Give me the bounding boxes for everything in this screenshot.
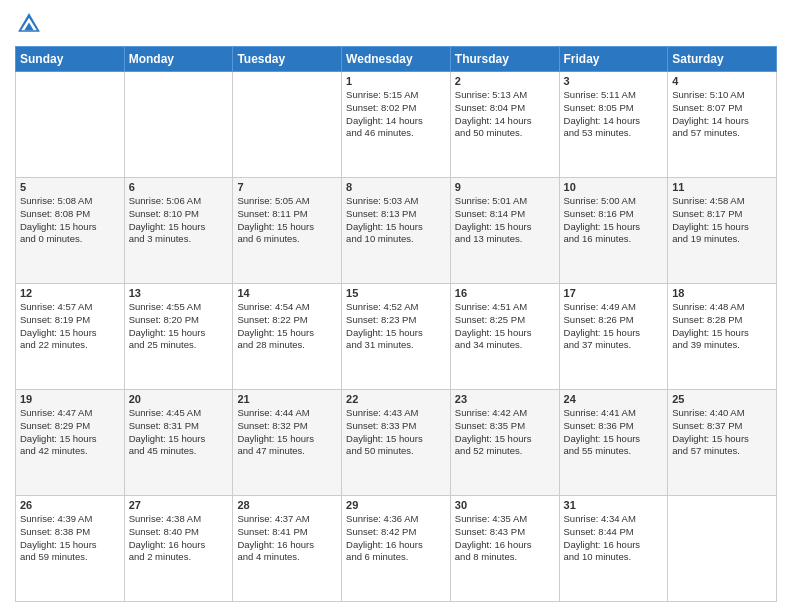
calendar-cell: 20Sunrise: 4:45 AMSunset: 8:31 PMDayligh… [124, 390, 233, 496]
day-number: 25 [672, 393, 772, 405]
calendar-cell: 31Sunrise: 4:34 AMSunset: 8:44 PMDayligh… [559, 496, 668, 602]
day-number: 2 [455, 75, 555, 87]
weekday-header: Tuesday [233, 47, 342, 72]
day-number: 10 [564, 181, 664, 193]
cell-content: Sunrise: 4:45 AMSunset: 8:31 PMDaylight:… [129, 407, 229, 458]
calendar-cell: 29Sunrise: 4:36 AMSunset: 8:42 PMDayligh… [342, 496, 451, 602]
calendar-header: SundayMondayTuesdayWednesdayThursdayFrid… [16, 47, 777, 72]
day-number: 11 [672, 181, 772, 193]
day-number: 7 [237, 181, 337, 193]
calendar-cell [233, 72, 342, 178]
cell-content: Sunrise: 5:03 AMSunset: 8:13 PMDaylight:… [346, 195, 446, 246]
calendar-cell: 9Sunrise: 5:01 AMSunset: 8:14 PMDaylight… [450, 178, 559, 284]
cell-content: Sunrise: 4:36 AMSunset: 8:42 PMDaylight:… [346, 513, 446, 564]
cell-content: Sunrise: 5:10 AMSunset: 8:07 PMDaylight:… [672, 89, 772, 140]
cell-content: Sunrise: 4:43 AMSunset: 8:33 PMDaylight:… [346, 407, 446, 458]
day-number: 27 [129, 499, 229, 511]
day-number: 16 [455, 287, 555, 299]
cell-content: Sunrise: 5:00 AMSunset: 8:16 PMDaylight:… [564, 195, 664, 246]
calendar-week: 5Sunrise: 5:08 AMSunset: 8:08 PMDaylight… [16, 178, 777, 284]
day-number: 17 [564, 287, 664, 299]
cell-content: Sunrise: 4:42 AMSunset: 8:35 PMDaylight:… [455, 407, 555, 458]
day-number: 4 [672, 75, 772, 87]
calendar-week: 19Sunrise: 4:47 AMSunset: 8:29 PMDayligh… [16, 390, 777, 496]
day-number: 12 [20, 287, 120, 299]
calendar-cell: 30Sunrise: 4:35 AMSunset: 8:43 PMDayligh… [450, 496, 559, 602]
calendar-cell: 21Sunrise: 4:44 AMSunset: 8:32 PMDayligh… [233, 390, 342, 496]
cell-content: Sunrise: 4:57 AMSunset: 8:19 PMDaylight:… [20, 301, 120, 352]
header [15, 10, 777, 38]
calendar-cell: 11Sunrise: 4:58 AMSunset: 8:17 PMDayligh… [668, 178, 777, 284]
weekday-row: SundayMondayTuesdayWednesdayThursdayFrid… [16, 47, 777, 72]
calendar-cell: 7Sunrise: 5:05 AMSunset: 8:11 PMDaylight… [233, 178, 342, 284]
calendar-cell [16, 72, 125, 178]
day-number: 3 [564, 75, 664, 87]
calendar-cell: 19Sunrise: 4:47 AMSunset: 8:29 PMDayligh… [16, 390, 125, 496]
day-number: 24 [564, 393, 664, 405]
calendar-cell: 28Sunrise: 4:37 AMSunset: 8:41 PMDayligh… [233, 496, 342, 602]
calendar-cell: 1Sunrise: 5:15 AMSunset: 8:02 PMDaylight… [342, 72, 451, 178]
calendar-cell: 16Sunrise: 4:51 AMSunset: 8:25 PMDayligh… [450, 284, 559, 390]
cell-content: Sunrise: 4:35 AMSunset: 8:43 PMDaylight:… [455, 513, 555, 564]
cell-content: Sunrise: 5:05 AMSunset: 8:11 PMDaylight:… [237, 195, 337, 246]
day-number: 15 [346, 287, 446, 299]
page: SundayMondayTuesdayWednesdayThursdayFrid… [0, 0, 792, 612]
cell-content: Sunrise: 4:40 AMSunset: 8:37 PMDaylight:… [672, 407, 772, 458]
calendar: SundayMondayTuesdayWednesdayThursdayFrid… [15, 46, 777, 602]
cell-content: Sunrise: 4:34 AMSunset: 8:44 PMDaylight:… [564, 513, 664, 564]
calendar-cell: 22Sunrise: 4:43 AMSunset: 8:33 PMDayligh… [342, 390, 451, 496]
cell-content: Sunrise: 4:41 AMSunset: 8:36 PMDaylight:… [564, 407, 664, 458]
day-number: 20 [129, 393, 229, 405]
calendar-cell: 12Sunrise: 4:57 AMSunset: 8:19 PMDayligh… [16, 284, 125, 390]
calendar-body: 1Sunrise: 5:15 AMSunset: 8:02 PMDaylight… [16, 72, 777, 602]
calendar-cell [668, 496, 777, 602]
cell-content: Sunrise: 4:55 AMSunset: 8:20 PMDaylight:… [129, 301, 229, 352]
cell-content: Sunrise: 4:37 AMSunset: 8:41 PMDaylight:… [237, 513, 337, 564]
calendar-cell: 17Sunrise: 4:49 AMSunset: 8:26 PMDayligh… [559, 284, 668, 390]
day-number: 14 [237, 287, 337, 299]
cell-content: Sunrise: 4:47 AMSunset: 8:29 PMDaylight:… [20, 407, 120, 458]
cell-content: Sunrise: 4:52 AMSunset: 8:23 PMDaylight:… [346, 301, 446, 352]
cell-content: Sunrise: 4:38 AMSunset: 8:40 PMDaylight:… [129, 513, 229, 564]
calendar-cell: 23Sunrise: 4:42 AMSunset: 8:35 PMDayligh… [450, 390, 559, 496]
calendar-week: 1Sunrise: 5:15 AMSunset: 8:02 PMDaylight… [16, 72, 777, 178]
calendar-cell: 8Sunrise: 5:03 AMSunset: 8:13 PMDaylight… [342, 178, 451, 284]
cell-content: Sunrise: 5:13 AMSunset: 8:04 PMDaylight:… [455, 89, 555, 140]
day-number: 23 [455, 393, 555, 405]
day-number: 22 [346, 393, 446, 405]
day-number: 9 [455, 181, 555, 193]
day-number: 8 [346, 181, 446, 193]
cell-content: Sunrise: 5:15 AMSunset: 8:02 PMDaylight:… [346, 89, 446, 140]
calendar-cell: 15Sunrise: 4:52 AMSunset: 8:23 PMDayligh… [342, 284, 451, 390]
day-number: 30 [455, 499, 555, 511]
cell-content: Sunrise: 4:54 AMSunset: 8:22 PMDaylight:… [237, 301, 337, 352]
cell-content: Sunrise: 4:44 AMSunset: 8:32 PMDaylight:… [237, 407, 337, 458]
calendar-week: 26Sunrise: 4:39 AMSunset: 8:38 PMDayligh… [16, 496, 777, 602]
calendar-cell: 14Sunrise: 4:54 AMSunset: 8:22 PMDayligh… [233, 284, 342, 390]
logo [15, 10, 47, 38]
calendar-cell: 10Sunrise: 5:00 AMSunset: 8:16 PMDayligh… [559, 178, 668, 284]
calendar-cell: 5Sunrise: 5:08 AMSunset: 8:08 PMDaylight… [16, 178, 125, 284]
calendar-cell: 3Sunrise: 5:11 AMSunset: 8:05 PMDaylight… [559, 72, 668, 178]
cell-content: Sunrise: 4:49 AMSunset: 8:26 PMDaylight:… [564, 301, 664, 352]
cell-content: Sunrise: 4:51 AMSunset: 8:25 PMDaylight:… [455, 301, 555, 352]
day-number: 29 [346, 499, 446, 511]
weekday-header: Saturday [668, 47, 777, 72]
day-number: 1 [346, 75, 446, 87]
cell-content: Sunrise: 5:11 AMSunset: 8:05 PMDaylight:… [564, 89, 664, 140]
calendar-cell: 2Sunrise: 5:13 AMSunset: 8:04 PMDaylight… [450, 72, 559, 178]
day-number: 18 [672, 287, 772, 299]
cell-content: Sunrise: 4:58 AMSunset: 8:17 PMDaylight:… [672, 195, 772, 246]
calendar-cell: 24Sunrise: 4:41 AMSunset: 8:36 PMDayligh… [559, 390, 668, 496]
weekday-header: Thursday [450, 47, 559, 72]
day-number: 28 [237, 499, 337, 511]
day-number: 5 [20, 181, 120, 193]
calendar-cell: 13Sunrise: 4:55 AMSunset: 8:20 PMDayligh… [124, 284, 233, 390]
day-number: 21 [237, 393, 337, 405]
weekday-header: Friday [559, 47, 668, 72]
weekday-header: Monday [124, 47, 233, 72]
calendar-cell: 4Sunrise: 5:10 AMSunset: 8:07 PMDaylight… [668, 72, 777, 178]
calendar-week: 12Sunrise: 4:57 AMSunset: 8:19 PMDayligh… [16, 284, 777, 390]
calendar-cell [124, 72, 233, 178]
calendar-cell: 18Sunrise: 4:48 AMSunset: 8:28 PMDayligh… [668, 284, 777, 390]
